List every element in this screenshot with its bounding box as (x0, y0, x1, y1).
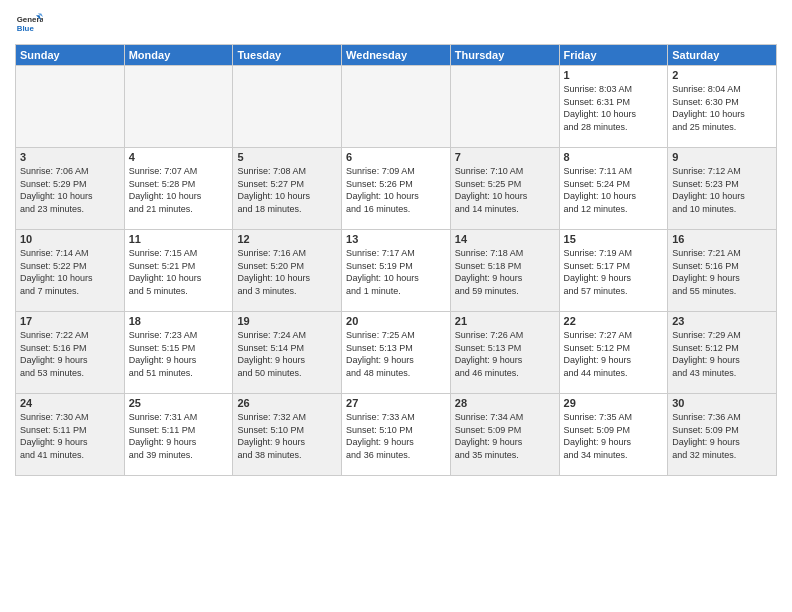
cell-text-line: Sunrise: 7:14 AM (20, 247, 120, 260)
calendar-cell: 14Sunrise: 7:18 AMSunset: 5:18 PMDayligh… (450, 230, 559, 312)
cell-text-line: Sunset: 5:09 PM (455, 424, 555, 437)
calendar-cell: 26Sunrise: 7:32 AMSunset: 5:10 PMDayligh… (233, 394, 342, 476)
calendar-cell: 23Sunrise: 7:29 AMSunset: 5:12 PMDayligh… (668, 312, 777, 394)
cell-text-line: Daylight: 9 hours (129, 354, 229, 367)
cell-text-line: Daylight: 9 hours (20, 354, 120, 367)
cell-text-line: and 10 minutes. (672, 203, 772, 216)
cell-text-line: and 23 minutes. (20, 203, 120, 216)
day-number: 22 (564, 315, 664, 327)
weekday-header-cell: Friday (559, 45, 668, 66)
calendar-cell: 21Sunrise: 7:26 AMSunset: 5:13 PMDayligh… (450, 312, 559, 394)
cell-text-line: and 39 minutes. (129, 449, 229, 462)
cell-text-line: Sunrise: 7:12 AM (672, 165, 772, 178)
cell-text-line: Daylight: 10 hours (564, 108, 664, 121)
day-number: 7 (455, 151, 555, 163)
day-number: 8 (564, 151, 664, 163)
cell-text-line: Daylight: 10 hours (346, 190, 446, 203)
day-number: 18 (129, 315, 229, 327)
calendar-cell (342, 66, 451, 148)
cell-text-line: and 44 minutes. (564, 367, 664, 380)
cell-text-line: Sunrise: 7:07 AM (129, 165, 229, 178)
cell-text-line: Sunset: 6:31 PM (564, 96, 664, 109)
cell-text-line: Sunrise: 7:33 AM (346, 411, 446, 424)
day-number: 16 (672, 233, 772, 245)
calendar-cell: 17Sunrise: 7:22 AMSunset: 5:16 PMDayligh… (16, 312, 125, 394)
calendar-week-row: 24Sunrise: 7:30 AMSunset: 5:11 PMDayligh… (16, 394, 777, 476)
cell-text-line: and 55 minutes. (672, 285, 772, 298)
cell-text-line: Sunrise: 7:18 AM (455, 247, 555, 260)
cell-text-line: Sunrise: 7:15 AM (129, 247, 229, 260)
cell-text-line: Sunrise: 8:03 AM (564, 83, 664, 96)
cell-text-line: and 57 minutes. (564, 285, 664, 298)
day-number: 26 (237, 397, 337, 409)
cell-text-line: Daylight: 9 hours (672, 354, 772, 367)
day-number: 28 (455, 397, 555, 409)
cell-text-line: Sunset: 5:10 PM (346, 424, 446, 437)
cell-text-line: Sunrise: 7:23 AM (129, 329, 229, 342)
cell-text-line: Sunset: 5:18 PM (455, 260, 555, 273)
day-number: 24 (20, 397, 120, 409)
cell-text-line: Sunset: 5:11 PM (20, 424, 120, 437)
calendar-cell: 29Sunrise: 7:35 AMSunset: 5:09 PMDayligh… (559, 394, 668, 476)
calendar-cell: 9Sunrise: 7:12 AMSunset: 5:23 PMDaylight… (668, 148, 777, 230)
calendar-week-row: 3Sunrise: 7:06 AMSunset: 5:29 PMDaylight… (16, 148, 777, 230)
day-number: 23 (672, 315, 772, 327)
calendar-cell: 18Sunrise: 7:23 AMSunset: 5:15 PMDayligh… (124, 312, 233, 394)
calendar-cell: 16Sunrise: 7:21 AMSunset: 5:16 PMDayligh… (668, 230, 777, 312)
cell-text-line: Sunrise: 7:19 AM (564, 247, 664, 260)
day-number: 6 (346, 151, 446, 163)
cell-text-line: Sunrise: 7:24 AM (237, 329, 337, 342)
cell-text-line: and 25 minutes. (672, 121, 772, 134)
cell-text-line: and 59 minutes. (455, 285, 555, 298)
cell-text-line: Daylight: 9 hours (237, 354, 337, 367)
day-number: 11 (129, 233, 229, 245)
calendar-page: General Blue SundayMondayTuesdayWednesda… (0, 0, 792, 612)
cell-text-line: Sunrise: 7:30 AM (20, 411, 120, 424)
calendar-week-row: 10Sunrise: 7:14 AMSunset: 5:22 PMDayligh… (16, 230, 777, 312)
weekday-header-row: SundayMondayTuesdayWednesdayThursdayFrid… (16, 45, 777, 66)
cell-text-line: Daylight: 9 hours (129, 436, 229, 449)
cell-text-line: Sunrise: 7:10 AM (455, 165, 555, 178)
cell-text-line: and 1 minute. (346, 285, 446, 298)
calendar-cell: 3Sunrise: 7:06 AMSunset: 5:29 PMDaylight… (16, 148, 125, 230)
cell-text-line: Daylight: 9 hours (346, 436, 446, 449)
cell-text-line: and 43 minutes. (672, 367, 772, 380)
day-number: 27 (346, 397, 446, 409)
cell-text-line: Daylight: 10 hours (455, 190, 555, 203)
day-number: 17 (20, 315, 120, 327)
calendar-cell (450, 66, 559, 148)
cell-text-line: Sunset: 5:11 PM (129, 424, 229, 437)
weekday-header-cell: Tuesday (233, 45, 342, 66)
cell-text-line: Daylight: 9 hours (672, 272, 772, 285)
cell-text-line: Sunrise: 7:06 AM (20, 165, 120, 178)
cell-text-line: Daylight: 10 hours (237, 272, 337, 285)
cell-text-line: Sunset: 5:19 PM (346, 260, 446, 273)
day-number: 13 (346, 233, 446, 245)
calendar-cell: 13Sunrise: 7:17 AMSunset: 5:19 PMDayligh… (342, 230, 451, 312)
cell-text-line: and 12 minutes. (564, 203, 664, 216)
cell-text-line: Sunrise: 7:34 AM (455, 411, 555, 424)
calendar-cell: 2Sunrise: 8:04 AMSunset: 6:30 PMDaylight… (668, 66, 777, 148)
cell-text-line: Sunrise: 8:04 AM (672, 83, 772, 96)
calendar-cell (124, 66, 233, 148)
cell-text-line: Daylight: 10 hours (20, 190, 120, 203)
calendar-cell: 22Sunrise: 7:27 AMSunset: 5:12 PMDayligh… (559, 312, 668, 394)
weekday-header-cell: Wednesday (342, 45, 451, 66)
calendar-cell: 27Sunrise: 7:33 AMSunset: 5:10 PMDayligh… (342, 394, 451, 476)
cell-text-line: Daylight: 9 hours (455, 272, 555, 285)
cell-text-line: Daylight: 10 hours (564, 190, 664, 203)
calendar-cell: 10Sunrise: 7:14 AMSunset: 5:22 PMDayligh… (16, 230, 125, 312)
weekday-header-cell: Monday (124, 45, 233, 66)
cell-text-line: Daylight: 10 hours (237, 190, 337, 203)
day-number: 20 (346, 315, 446, 327)
calendar-cell: 24Sunrise: 7:30 AMSunset: 5:11 PMDayligh… (16, 394, 125, 476)
cell-text-line: Daylight: 10 hours (672, 190, 772, 203)
calendar-cell: 25Sunrise: 7:31 AMSunset: 5:11 PMDayligh… (124, 394, 233, 476)
day-number: 10 (20, 233, 120, 245)
cell-text-line: Sunrise: 7:22 AM (20, 329, 120, 342)
cell-text-line: and 48 minutes. (346, 367, 446, 380)
calendar-cell: 12Sunrise: 7:16 AMSunset: 5:20 PMDayligh… (233, 230, 342, 312)
cell-text-line: Sunrise: 7:35 AM (564, 411, 664, 424)
day-number: 25 (129, 397, 229, 409)
cell-text-line: Daylight: 9 hours (455, 436, 555, 449)
